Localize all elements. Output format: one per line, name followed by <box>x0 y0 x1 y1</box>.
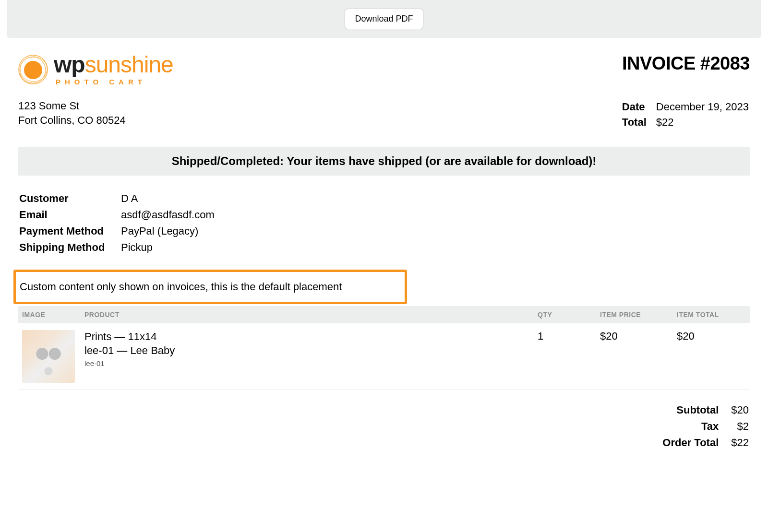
col-header-product: PRODUCT <box>81 306 534 323</box>
download-pdf-button[interactable]: Download PDF <box>345 9 423 29</box>
table-row: Prints — 11x14 lee-01 — Lee Baby lee-01 … <box>18 323 750 390</box>
tax-label: Tax <box>651 419 719 434</box>
email-label: Email <box>19 207 120 223</box>
item-price: $20 <box>596 323 673 390</box>
order-totals: Subtotal $20 Tax $2 Order Total $22 <box>650 402 750 451</box>
items-table: IMAGE PRODUCT QTY ITEM PRICE ITEM TOTAL … <box>18 306 750 390</box>
meta-date-value: December 19, 2023 <box>648 100 749 114</box>
email-value: asdf@asdfasdf.com <box>121 207 215 223</box>
product-name: Prints — 11x14 <box>84 330 530 344</box>
order-total-label: Order Total <box>651 435 719 450</box>
brand-logo: wpsunshine PHOTO CART <box>18 53 173 85</box>
customer-value: D A <box>121 191 215 206</box>
sunshine-logo-icon <box>18 55 48 84</box>
product-sku: lee-01 <box>84 359 530 367</box>
payment-method-label: Payment Method <box>19 224 120 239</box>
svg-point-3 <box>24 61 42 79</box>
item-qty: 1 <box>534 323 596 390</box>
col-header-qty: QTY <box>534 306 596 323</box>
from-address: 123 Some St Fort Collins, CO 80524 <box>18 99 126 127</box>
shipping-method-label: Shipping Method <box>19 240 120 255</box>
customer-label: Customer <box>19 191 120 206</box>
subtotal-value: $20 <box>720 402 749 418</box>
invoice-title: INVOICE #2083 <box>622 53 750 74</box>
meta-total-value: $22 <box>648 115 749 130</box>
invoice-meta: Date December 19, 2023 Total $22 <box>621 99 750 130</box>
brand-logo-text: wpsunshine PHOTO CART <box>54 53 173 85</box>
customer-info: Customer D A Email asdf@asdfasdf.com Pay… <box>18 190 216 256</box>
subtotal-label: Subtotal <box>651 402 719 418</box>
logo-text-sunshine: sunshine <box>85 52 173 77</box>
meta-total-label: Total <box>622 115 647 130</box>
shipping-method-value: Pickup <box>121 240 215 255</box>
status-banner: Shipped/Completed: Your items have shipp… <box>18 147 750 176</box>
col-header-total: ITEM TOTAL <box>673 306 750 323</box>
toolbar: Download PDF <box>7 0 761 38</box>
product-variant: lee-01 — Lee Baby <box>84 344 530 358</box>
meta-date-label: Date <box>622 100 647 114</box>
item-total: $20 <box>673 323 750 390</box>
invoice-body: wpsunshine PHOTO CART INVOICE #2083 123 … <box>0 38 768 475</box>
address-meta-row: 123 Some St Fort Collins, CO 80524 Date … <box>18 99 750 130</box>
tax-value: $2 <box>720 419 749 434</box>
col-header-image: IMAGE <box>18 306 81 323</box>
order-total-value: $22 <box>720 435 749 450</box>
address-line-1: 123 Some St <box>18 99 126 113</box>
invoice-header: wpsunshine PHOTO CART INVOICE #2083 <box>18 53 750 85</box>
logo-subtext: PHOTO CART <box>56 78 173 85</box>
custom-content-callout: Custom content only shown on invoices, t… <box>13 270 407 304</box>
product-thumbnail <box>22 330 75 383</box>
logo-text-wp: wp <box>54 52 85 77</box>
address-line-2: Fort Collins, CO 80524 <box>18 113 126 128</box>
col-header-price: ITEM PRICE <box>596 306 673 323</box>
payment-method-value: PayPal (Legacy) <box>121 224 215 239</box>
